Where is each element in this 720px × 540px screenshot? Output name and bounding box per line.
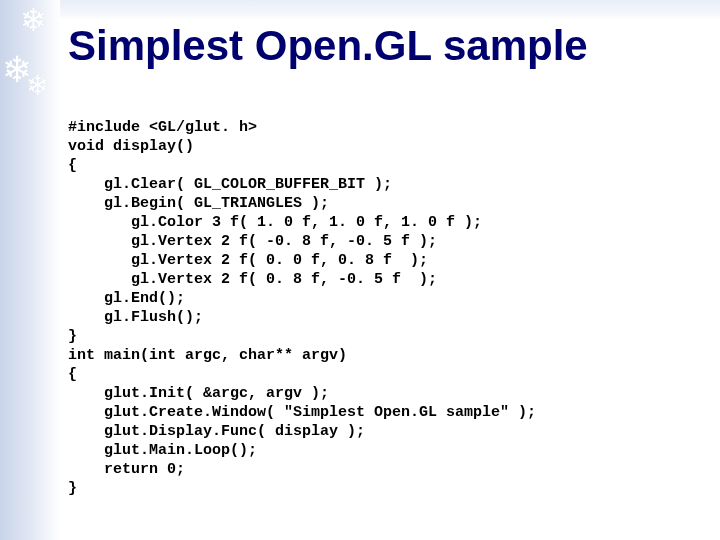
code-block: #include <GL/glut. h> void display() { g…: [68, 118, 536, 498]
snowflake-icon: ❄: [20, 4, 47, 36]
top-gradient-band: [0, 0, 720, 20]
snowflake-icon: ❄: [26, 72, 49, 100]
slide: ❄ ❄ ❄ Simplest Open.GL sample #include <…: [0, 0, 720, 540]
sidebar-gradient: ❄ ❄ ❄: [0, 0, 60, 540]
slide-title: Simplest Open.GL sample: [68, 22, 588, 70]
